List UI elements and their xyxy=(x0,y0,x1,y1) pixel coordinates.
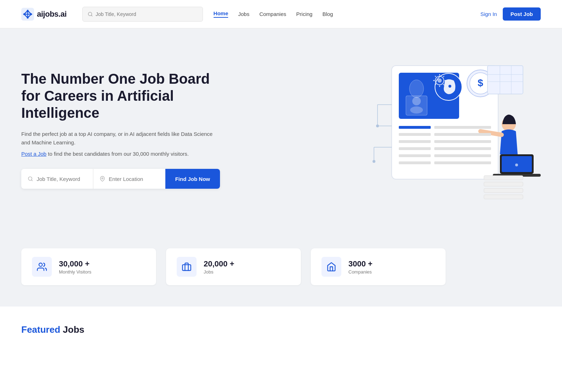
visitors-label: Monthly Visitors xyxy=(59,269,92,275)
nav-item-companies[interactable]: Companies xyxy=(259,11,286,17)
nav-item-jobs[interactable]: Jobs xyxy=(238,11,249,17)
header-search-bar[interactable] xyxy=(82,7,203,22)
hero-content: The Number One Job Board for Careers in … xyxy=(21,70,220,189)
site-header: aijobs.ai Home Jobs Companies Pricing Bl… xyxy=(0,0,562,28)
svg-text:$: $ xyxy=(478,77,483,88)
svg-rect-55 xyxy=(399,154,431,157)
jobs-label: Jobs xyxy=(204,269,234,275)
post-job-button[interactable]: Post Job xyxy=(503,7,541,21)
svg-point-1 xyxy=(27,10,29,11)
keyword-field xyxy=(21,169,93,189)
svg-rect-60 xyxy=(484,182,523,186)
visitors-count: 30,000 + xyxy=(59,259,92,269)
stat-card-visitors: 30,000 + Monthly Visitors xyxy=(21,248,156,285)
svg-point-19 xyxy=(409,80,424,98)
featured-title: Featured Jobs xyxy=(21,324,541,335)
svg-point-16 xyxy=(376,125,379,127)
header-actions: Sign In Post Job xyxy=(480,7,541,21)
hero-post-link-text: Post a Job to find the best candidates f… xyxy=(21,150,220,158)
header-search-icon xyxy=(88,11,93,17)
companies-stat-info: 3000 + Companies xyxy=(348,259,373,275)
featured-section: Featured Jobs xyxy=(0,307,562,346)
nav-item-blog[interactable]: Blog xyxy=(323,11,333,17)
svg-rect-48 xyxy=(434,126,491,129)
nav-item-home[interactable]: Home xyxy=(214,10,228,18)
svg-point-17 xyxy=(373,160,375,163)
svg-rect-50 xyxy=(434,133,491,136)
hero-title: The Number One Job Board for Careers in … xyxy=(21,70,220,121)
logo[interactable]: aijobs.ai xyxy=(21,8,67,21)
svg-rect-56 xyxy=(434,154,491,157)
svg-point-9 xyxy=(102,178,103,179)
svg-point-45 xyxy=(515,164,518,166)
keyword-search-icon xyxy=(28,176,33,182)
svg-rect-49 xyxy=(399,133,431,136)
jobs-stat-info: 20,000 + Jobs xyxy=(204,259,234,275)
svg-rect-35 xyxy=(487,66,523,94)
svg-rect-67 xyxy=(182,265,191,270)
svg-rect-57 xyxy=(399,161,431,164)
keyword-input[interactable] xyxy=(37,176,87,182)
building-icon xyxy=(326,262,336,272)
svg-point-2 xyxy=(23,13,25,15)
svg-point-65 xyxy=(410,106,423,114)
svg-rect-58 xyxy=(434,161,491,164)
jobs-count: 20,000 + xyxy=(204,259,234,269)
hero-subtitle: Find the perfect job at a top AI company… xyxy=(21,130,220,147)
stat-card-jobs: 20,000 + Jobs xyxy=(166,248,301,285)
main-nav: Home Jobs Companies Pricing Blog xyxy=(214,10,333,18)
svg-point-3 xyxy=(31,13,32,15)
hero-illustration: $ xyxy=(370,55,541,204)
svg-rect-54 xyxy=(434,147,491,150)
location-field xyxy=(93,169,165,189)
svg-line-6 xyxy=(91,15,92,16)
visitors-icon-wrap xyxy=(32,257,52,277)
svg-rect-52 xyxy=(434,140,491,143)
post-a-job-link[interactable]: Post a Job xyxy=(21,151,46,157)
companies-label: Companies xyxy=(348,269,373,275)
briefcase-icon xyxy=(182,262,192,272)
svg-rect-59 xyxy=(484,176,523,180)
location-input[interactable] xyxy=(109,176,159,182)
stats-section: 30,000 + Monthly Visitors 20,000 + Jobs … xyxy=(0,234,562,307)
svg-point-23 xyxy=(437,78,442,83)
logo-text: aijobs.ai xyxy=(37,10,67,19)
svg-rect-47 xyxy=(399,126,431,129)
svg-point-21 xyxy=(448,85,451,88)
hero-svg: $ xyxy=(370,55,541,204)
hero-search-bar: Find Job Now xyxy=(21,169,220,189)
companies-count: 3000 + xyxy=(348,259,373,269)
logo-icon xyxy=(21,8,34,21)
hero-section: The Number One Job Board for Careers in … xyxy=(0,28,562,234)
svg-rect-51 xyxy=(399,140,431,143)
svg-line-8 xyxy=(32,180,33,181)
svg-rect-61 xyxy=(484,188,523,193)
header-search-input[interactable] xyxy=(95,11,197,17)
users-icon xyxy=(37,262,47,272)
svg-point-64 xyxy=(412,97,421,105)
svg-rect-53 xyxy=(399,147,431,150)
svg-point-4 xyxy=(27,17,29,18)
svg-rect-62 xyxy=(484,195,523,199)
companies-icon-wrap xyxy=(321,257,341,277)
stat-card-companies: 3000 + Companies xyxy=(311,248,446,285)
sign-in-button[interactable]: Sign In xyxy=(480,11,497,17)
visitors-stat-info: 30,000 + Monthly Visitors xyxy=(59,259,92,275)
nav-item-pricing[interactable]: Pricing xyxy=(296,11,313,17)
svg-point-66 xyxy=(39,263,42,266)
location-icon xyxy=(100,176,105,182)
find-job-button[interactable]: Find Job Now xyxy=(165,169,220,189)
jobs-icon-wrap xyxy=(177,257,197,277)
